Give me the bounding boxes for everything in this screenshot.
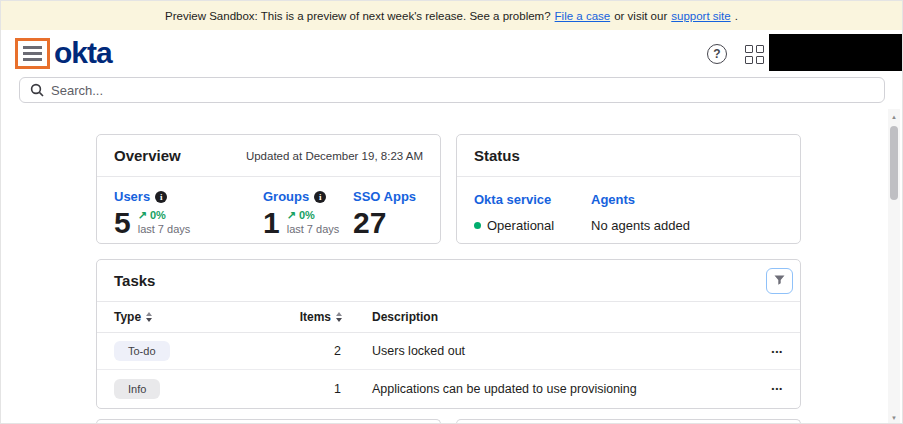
banner-text-suffix: . — [735, 10, 738, 22]
groups-link[interactable]: Groups i — [263, 189, 353, 204]
row-items-count: 2 — [274, 344, 342, 358]
banner-text-middle: or visit our — [614, 10, 667, 22]
users-trend-period: last 7 days — [138, 222, 191, 236]
status-card-header: Status — [457, 135, 800, 177]
scroll-up-arrow[interactable]: ▲ — [888, 113, 900, 121]
users-count: 5 — [114, 207, 131, 239]
global-search-bar[interactable] — [19, 77, 885, 103]
info-badge: Info — [114, 379, 160, 399]
okta-service-link[interactable]: Okta service — [474, 192, 591, 207]
redacted-account-info[interactable] — [769, 34, 903, 71]
tasks-table-header: Type Items Description — [97, 302, 800, 333]
clipped-card-right — [456, 419, 801, 424]
stat-users: Users i 5 ↗ 0% last 7 days — [114, 189, 263, 239]
stat-sso-apps: SSO Apps 27 — [353, 189, 423, 239]
table-row[interactable]: To-do 2 Users locked out ••• — [97, 333, 800, 370]
hamburger-icon — [23, 46, 42, 49]
groups-count: 1 — [263, 207, 280, 239]
vertical-scrollbar[interactable]: ▲ ▼ — [888, 109, 900, 424]
search-icon — [30, 83, 44, 97]
overview-updated-timestamp: Updated at December 19, 8:23 AM — [246, 150, 423, 162]
okta-logo[interactable]: okta — [54, 37, 112, 69]
sso-apps-link[interactable]: SSO Apps — [353, 189, 423, 204]
groups-trend-period: last 7 days — [287, 222, 340, 236]
agents-link[interactable]: Agents — [591, 192, 783, 207]
users-link[interactable]: Users i — [114, 189, 263, 204]
tasks-title: Tasks — [114, 272, 155, 289]
okta-admin-dashboard: Preview Sandbox: This is a preview of ne… — [0, 0, 903, 424]
scroll-down-arrow[interactable]: ▼ — [888, 414, 900, 422]
tasks-card: Tasks Type Items Description To-do — [96, 259, 801, 409]
sso-apps-count: 27 — [353, 207, 386, 239]
users-trend: ↗ 0% — [138, 208, 191, 222]
clipped-card-left — [96, 419, 441, 424]
todo-badge: To-do — [114, 341, 170, 361]
app-header — [1, 30, 902, 76]
help-icon[interactable]: ? — [707, 44, 727, 64]
row-items-count: 1 — [274, 382, 342, 396]
file-a-case-link[interactable]: File a case — [555, 10, 611, 22]
groups-trend: ↗ 0% — [287, 208, 340, 222]
stat-groups: Groups i 1 ↗ 0% last 7 days — [263, 189, 353, 239]
status-card: Status Okta service Operational Agents N… — [456, 134, 801, 244]
sort-icon[interactable] — [146, 312, 152, 322]
okta-service-value: Operational — [487, 218, 554, 233]
tasks-filter-button[interactable] — [766, 268, 793, 294]
support-site-link[interactable]: support site — [671, 10, 730, 22]
overview-card-header: Overview Updated at December 19, 8:23 AM — [97, 135, 440, 177]
overview-card: Overview Updated at December 19, 8:23 AM… — [96, 134, 441, 244]
agents-value: No agents added — [591, 218, 690, 233]
search-input[interactable] — [51, 83, 874, 98]
scrollbar-thumb[interactable] — [890, 126, 898, 200]
row-overflow-menu-icon[interactable]: ••• — [757, 347, 783, 356]
status-title: Status — [474, 147, 520, 164]
table-row[interactable]: Info 1 Applications can be updated to us… — [97, 370, 800, 407]
banner-text: Preview Sandbox: This is a preview of ne… — [165, 10, 551, 22]
operational-status-dot — [474, 222, 481, 229]
info-icon[interactable]: i — [314, 191, 326, 203]
tasks-card-header: Tasks — [97, 260, 800, 302]
column-header-items[interactable]: Items — [274, 310, 342, 324]
row-overflow-menu-icon[interactable]: ••• — [757, 384, 783, 393]
agents-status: Agents No agents added — [591, 192, 783, 233]
hamburger-menu-button[interactable] — [15, 38, 50, 69]
row-description: Users locked out — [342, 344, 757, 358]
column-header-description: Description — [342, 310, 757, 324]
info-icon[interactable]: i — [155, 191, 167, 203]
overview-title: Overview — [114, 147, 181, 164]
column-header-type[interactable]: Type — [114, 310, 274, 324]
overview-stats: Users i 5 ↗ 0% last 7 days Groups i — [97, 177, 440, 239]
apps-grid-icon[interactable] — [745, 45, 764, 64]
row-description: Applications can be updated to use provi… — [342, 382, 757, 396]
preview-sandbox-banner: Preview Sandbox: This is a preview of ne… — [1, 1, 902, 30]
okta-service-status: Okta service Operational — [474, 192, 591, 233]
filter-icon — [774, 275, 785, 286]
